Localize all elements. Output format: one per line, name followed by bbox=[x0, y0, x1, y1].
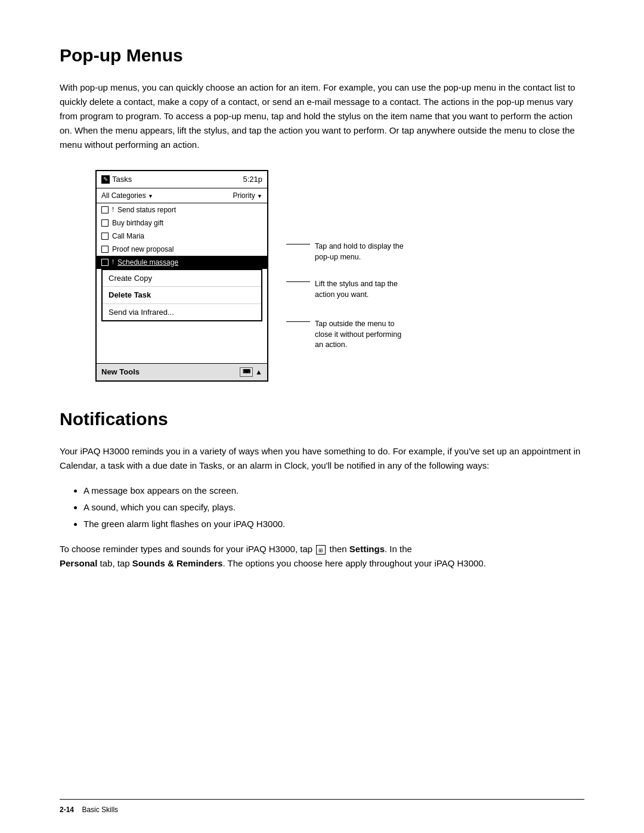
notif-text-1: To choose reminder types and sounds for … bbox=[60, 544, 315, 554]
notif-text-3: . In the bbox=[385, 544, 412, 554]
task-checkbox-4[interactable] bbox=[101, 246, 109, 253]
device-section: ✎ Tasks 5:21p All Categories ▼ Priority … bbox=[95, 170, 584, 382]
annotation-1: Tap and hold to display the pop-up menu. bbox=[286, 241, 410, 262]
annotation-2: Lift the stylus and tap the action you w… bbox=[286, 279, 410, 300]
popup-delete-task[interactable]: Delete Task bbox=[103, 287, 261, 304]
heading-notifications: Notifications bbox=[60, 405, 584, 432]
annotation-line-1 bbox=[286, 244, 310, 244]
task-text-1: Send status report bbox=[117, 205, 176, 215]
notifications-footer-paragraph: To choose reminder types and sounds for … bbox=[60, 542, 584, 571]
tasks-icon: ✎ bbox=[101, 175, 110, 184]
notif-text-2: then bbox=[329, 544, 349, 554]
footer: 2-14 Basic Skills bbox=[60, 799, 584, 815]
up-arrow-icon[interactable]: ▲ bbox=[255, 367, 262, 377]
task-priority-icon-5: ! bbox=[112, 257, 114, 267]
popup-create-copy[interactable]: Create Copy bbox=[103, 270, 261, 287]
notif-text-5: . The options you choose here apply thro… bbox=[222, 558, 485, 568]
heading-popup-menus: Pop-up Menus bbox=[60, 42, 584, 69]
task-item[interactable]: Call Maria bbox=[97, 230, 267, 243]
notifications-section: Notifications Your iPAQ H3000 reminds yo… bbox=[60, 405, 584, 571]
list-item-3: The green alarm light flashes on your iP… bbox=[83, 517, 584, 531]
popup-send-infrared[interactable]: Send via Infrared... bbox=[103, 304, 261, 321]
priority-arrow: ▼ bbox=[257, 193, 262, 199]
device-spacer bbox=[97, 321, 267, 345]
list-item-2: A sound, which you can specify, plays. bbox=[83, 500, 584, 515]
device-toolbar: All Categories ▼ Priority ▼ bbox=[97, 188, 267, 203]
page: Pop-up Menus With pop-up menus, you can … bbox=[0, 0, 644, 833]
task-item[interactable]: Proof new proposal bbox=[97, 243, 267, 256]
task-item[interactable]: ! Send status report bbox=[97, 203, 267, 216]
annotation-text-2: Lift the stylus and tap the action you w… bbox=[315, 279, 410, 300]
all-categories-arrow: ▼ bbox=[148, 193, 153, 199]
footer-page-ref: 2-14 bbox=[60, 806, 74, 814]
device-title: Tasks bbox=[112, 174, 132, 185]
task-text-5: Schedule massage bbox=[117, 257, 178, 268]
settings-icon: ⊞ bbox=[316, 545, 326, 555]
task-list: ! Send status report Buy birthday gift C… bbox=[97, 203, 267, 269]
task-text-4: Proof new proposal bbox=[112, 244, 174, 255]
footer-section: Basic Skills bbox=[82, 806, 118, 814]
device-frame: ✎ Tasks 5:21p All Categories ▼ Priority … bbox=[95, 170, 268, 382]
annotation-line-2 bbox=[286, 281, 310, 282]
notifications-intro: Your iPAQ H3000 reminds you in a variety… bbox=[60, 444, 584, 473]
device-titlebar: ✎ Tasks 5:21p bbox=[97, 171, 267, 188]
intro-paragraph: With pop-up menus, you can quickly choos… bbox=[60, 80, 584, 152]
keyboard-icon[interactable]: ⌨ bbox=[240, 367, 253, 377]
task-checkbox-1[interactable] bbox=[101, 206, 109, 213]
device-bottom-bar: New Tools ⌨ ▲ bbox=[97, 363, 267, 380]
title-left: ✎ Tasks bbox=[101, 174, 132, 185]
task-item-highlighted[interactable]: ! Schedule massage bbox=[97, 256, 267, 269]
bullet-list: A message box appears on the screen. A s… bbox=[83, 484, 584, 531]
notif-bold-2: Personal bbox=[60, 558, 97, 568]
notif-bold-1: Settings bbox=[349, 544, 385, 554]
all-categories[interactable]: All Categories ▼ bbox=[101, 190, 153, 201]
task-checkbox-2[interactable] bbox=[101, 219, 109, 227]
annotation-text-1: Tap and hold to display the pop-up menu. bbox=[315, 241, 410, 262]
task-checkbox-3[interactable] bbox=[101, 233, 109, 240]
task-text-3: Call Maria bbox=[112, 231, 144, 241]
task-item[interactable]: Buy birthday gift bbox=[97, 216, 267, 230]
annotation-line-3 bbox=[286, 321, 310, 322]
new-tools-label: New Tools bbox=[101, 366, 140, 378]
priority-filter[interactable]: Priority ▼ bbox=[233, 190, 262, 201]
annotations-panel: Tap and hold to display the pop-up menu.… bbox=[286, 170, 410, 351]
task-checkbox-5[interactable] bbox=[101, 259, 109, 266]
task-text-2: Buy birthday gift bbox=[112, 218, 163, 228]
footer-text: 2-14 Basic Skills bbox=[60, 804, 118, 815]
popup-menu: Create Copy Delete Task Send via Infrare… bbox=[101, 269, 262, 322]
notif-bold-3: Sounds & Reminders bbox=[132, 558, 223, 568]
task-priority-icon-1: ! bbox=[112, 205, 114, 215]
notif-text-4: tab, tap bbox=[97, 558, 132, 568]
list-item-1: A message box appears on the screen. bbox=[83, 484, 584, 498]
annotation-3: Tap outside the menu to close it without… bbox=[286, 319, 410, 351]
annotation-text-3: Tap outside the menu to close it without… bbox=[315, 319, 410, 351]
device-time: 5:21p bbox=[243, 174, 262, 185]
bottom-icons: ⌨ ▲ bbox=[240, 367, 262, 377]
